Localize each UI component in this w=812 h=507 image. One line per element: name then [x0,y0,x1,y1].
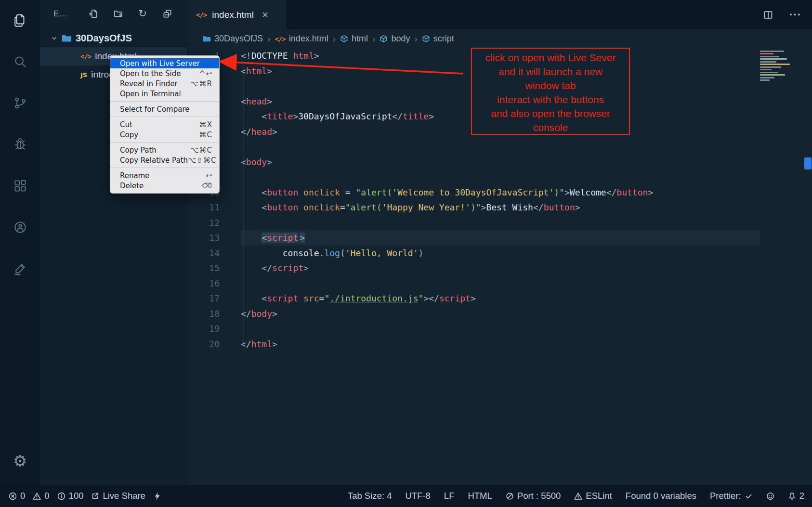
breadcrumb-label: html [352,34,368,44]
activity-bar-top [9,9,32,280]
activity-search-button[interactable] [9,50,32,73]
status-prettier[interactable]: Prettier: [710,491,753,501]
status-feedback[interactable] [766,492,774,500]
breadcrumb-item-html[interactable]: html [340,34,368,44]
breadcrumb-item-index-html[interactable]: </>index.html [275,34,328,44]
menu-item-open-to-the-side[interactable]: Open to the Side^↩ [110,68,219,78]
collapse-all-button[interactable] [162,9,172,19]
code-line-10[interactable]: 10 <button onclick = "alert('Welcome to … [187,185,812,200]
status-errors-label: 0 [20,491,25,501]
menu-item-label: Select for Compare [120,105,189,114]
line-number: 12 [187,218,220,228]
line-number: 16 [187,278,220,288]
activity-run-debug-button[interactable] [9,133,32,156]
status-variables-label: Found 0 variables [626,491,696,501]
code-line-7[interactable]: 7 [187,139,812,155]
code-line-13[interactable]: 13 <script> [187,230,812,246]
status-eol[interactable]: LF [444,491,455,501]
activity-source-control-button[interactable] [9,91,32,115]
code-line-12[interactable]: 12 [187,215,812,231]
menu-item-select-for-compare[interactable]: Select for Compare [110,104,219,114]
line-content: <script src="./introduction.js"></script… [241,291,760,306]
status-warnings[interactable]: 0 [33,491,49,501]
status-encoding[interactable]: UTF-8 [405,491,430,501]
status-variables[interactable]: Found 0 variables [626,491,696,501]
menu-item-rename[interactable]: Rename↩ [110,170,219,181]
menu-item-cut[interactable]: Cut⌘X [110,119,219,130]
more-actions-icon[interactable]: ··· [789,9,801,21]
status-eslint-label: ESLint [586,491,612,501]
status-live-share-label: Live Share [103,491,145,501]
activity-live-share-button[interactable] [9,216,32,239]
code-line-20[interactable]: 20</html> [187,337,812,352]
warning-icon [33,492,41,500]
code-line-19[interactable]: 19 [187,321,812,337]
tree-folder-30daysofjs[interactable]: 30DaysOfJS [40,29,187,47]
line-content [241,169,760,185]
menu-item-reveal-in-finder[interactable]: Reveal in Finder⌥⌘R [110,78,219,89]
refresh-button[interactable]: ↻ [137,9,148,19]
breadcrumb-item-script[interactable]: script [422,34,454,44]
status-infos[interactable]: 100 [57,491,84,501]
status-port[interactable]: Port : 5500 [506,491,561,501]
scrollbar-marker[interactable] [804,157,812,169]
share-icon [91,492,99,500]
line-content [241,215,760,231]
new-folder-button[interactable] [113,9,123,19]
status-eslint[interactable]: ESLint [574,491,612,501]
close-tab-icon[interactable]: × [262,9,268,21]
search-icon [13,54,27,69]
menu-item-delete[interactable]: Delete⌫ [110,181,219,191]
line-number: 18 [187,309,220,319]
breadcrumb-chevron-icon: › [372,34,375,44]
activity-pen-button[interactable] [9,257,32,280]
code-line-8[interactable]: 8<body> [187,155,812,170]
line-number: 11 [187,202,220,212]
activity-settings-button[interactable]: ⚙ [9,449,32,472]
live-share-icon [13,220,27,234]
new-file-button[interactable] [88,9,99,19]
menu-item-copy-path[interactable]: Copy Path⌥⌘C [110,145,219,155]
line-content: <button onclick="alert('Happy New Year!'… [241,200,760,215]
folder-icon [203,35,211,43]
menu-item-label: Copy [120,130,138,139]
code-line-16[interactable]: 16 [187,276,812,291]
breadcrumb-item-body[interactable]: body [380,34,410,44]
status-live-share[interactable]: Live Share [91,491,145,501]
annotation-line: and it will launch a new [472,65,629,78]
activity-explorer-button[interactable] [9,9,32,32]
annotation-box: click on open with Live Severand it will… [471,48,630,135]
code-icon: </> [275,35,285,43]
line-number: 19 [187,324,220,334]
code-line-15[interactable]: 15 </script> [187,260,812,276]
menu-item-open-with-live-server[interactable]: Open with Live Server [110,58,219,68]
menu-item-label: Open to the Side [120,69,181,78]
status-language[interactable]: HTML [468,491,492,501]
status-notifications[interactable]: 2 [788,491,804,501]
code-line-17[interactable]: 17 <script src="./introduction.js"></scr… [187,291,812,306]
code-line-11[interactable]: 11 <button onclick="alert('Happy New Yea… [187,200,812,215]
line-content: <body> [241,155,760,170]
tab-index-html[interactable]: </> index.html × [187,0,287,29]
line-content: <button onclick = "alert('Welcome to 30D… [241,185,760,200]
code-line-18[interactable]: 18</body> [187,306,812,322]
status-tab-size-label: Tab Size: 4 [348,491,392,501]
bell-icon [788,492,796,500]
line-content [241,321,760,337]
menu-item-shortcut: ⌥⌘R [190,79,212,88]
status-warnings-label: 0 [44,491,49,501]
minimap[interactable] [760,49,802,82]
annotation-line: console [472,120,629,134]
breadcrumb-item-30daysofjs[interactable]: 30DaysOfJS [203,34,263,44]
menu-item-open-in-terminal[interactable]: Open in Terminal [110,89,219,99]
code-line-14[interactable]: 14 console.log('Hello, World') [187,246,812,261]
split-editor-icon[interactable] [763,10,773,20]
status-tab-size[interactable]: Tab Size: 4 [348,491,392,501]
tab-title: index.html [212,10,254,20]
code-line-9[interactable]: 9 [187,169,812,185]
menu-item-copy-relative-path[interactable]: Copy Relative Path⌥⇧⌘C [110,155,219,165]
status-bolt[interactable] [153,492,161,500]
menu-item-copy[interactable]: Copy⌘C [110,130,219,140]
activity-extensions-button[interactable] [9,174,32,197]
status-errors[interactable]: 0 [9,491,25,501]
